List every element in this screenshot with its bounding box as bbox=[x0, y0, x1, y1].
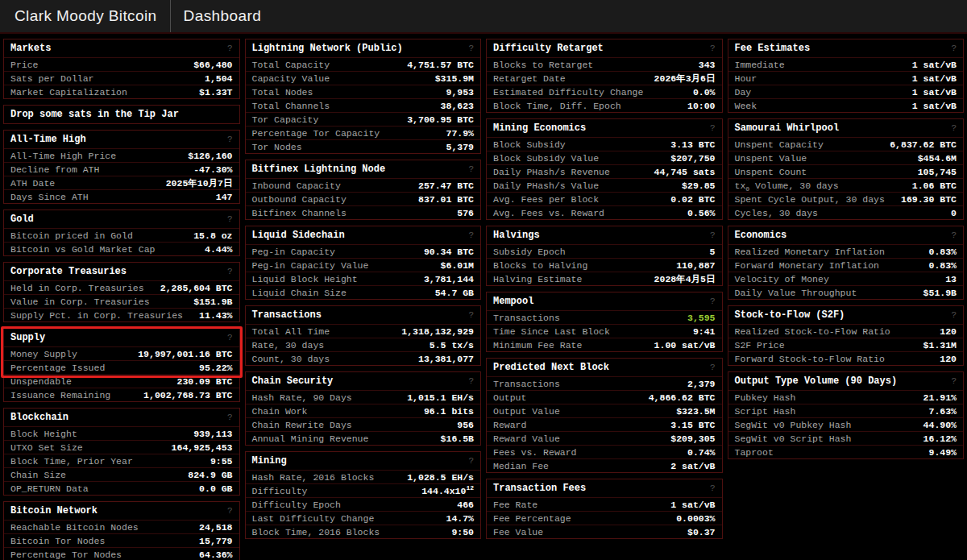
stat-value: 0.0% bbox=[693, 87, 716, 97]
stat-value: $16.5B bbox=[441, 433, 474, 444]
stat-value: 576 bbox=[457, 208, 474, 218]
nav-item-dashboard[interactable]: Dashboard bbox=[184, 7, 262, 25]
stat-row: Percentage Tor Nodes 64.36% bbox=[4, 547, 239, 560]
stat-row: Hash Rate, 90 Days 1,015.1 EH/s bbox=[246, 390, 481, 404]
stat-label: SegWit v0 Pubkey Hash bbox=[735, 420, 852, 430]
stat-row: Avg. Fees vs. Reward 0.56% bbox=[487, 205, 722, 219]
stat-row: Script Hash 7.63% bbox=[728, 404, 964, 417]
stat-label: Realized Monetary Inflation bbox=[735, 247, 885, 257]
top-nav: Clark Moody Bitcoin Dashboard bbox=[0, 0, 967, 34]
panel-title[interactable]: Drop some sats in the Tip Jar bbox=[10, 109, 179, 120]
panel-rows: Price $66,480 Sats per Dollar 1,504 Mark… bbox=[4, 57, 239, 98]
panel-rows: Block Subsidy 3.13 BTC Block Subsidy Val… bbox=[487, 137, 722, 219]
stat-value: 257.47 BTC bbox=[418, 180, 474, 191]
stat-row: Market Capitalization $1.33T bbox=[4, 85, 239, 98]
help-icon[interactable]: ? bbox=[710, 484, 716, 493]
help-icon[interactable]: ? bbox=[227, 268, 233, 276]
panel-header: Economics ? bbox=[728, 226, 964, 244]
stat-label: Total Capacity bbox=[252, 60, 330, 70]
stat-value: 3.13 BTC bbox=[670, 139, 715, 150]
stat-label: Block Time, Diff. Epoch bbox=[493, 101, 621, 111]
brand-link[interactable]: Clark Moody Bitcoin bbox=[15, 7, 157, 25]
stat-row: Value in Corp. Treasuries $151.9B bbox=[4, 294, 239, 308]
stat-label: Block Time, 2016 Blocks bbox=[252, 527, 380, 537]
panel-header: Supply ? bbox=[4, 329, 239, 346]
stat-value: 44.90% bbox=[923, 420, 957, 430]
stat-label: Fee Rate bbox=[493, 500, 537, 510]
panel-rows: Total Capacity 4,751.57 BTC Capacity Val… bbox=[246, 57, 481, 153]
stat-value: 15,779 bbox=[199, 536, 232, 546]
stat-row: Halving Estimate 2028年4月5日 bbox=[487, 272, 722, 285]
help-icon[interactable]: ? bbox=[951, 311, 957, 320]
help-icon[interactable]: ? bbox=[468, 311, 474, 320]
stat-label: Pubkey Hash bbox=[735, 392, 796, 403]
panel-title: Difficulty Retarget bbox=[493, 43, 604, 54]
stat-label: OP_RETURN Data bbox=[10, 483, 89, 494]
stat-row: Peg-in Capacity 90.34 BTC bbox=[246, 244, 481, 258]
stat-label: Cycles, 30 days bbox=[735, 208, 819, 218]
help-icon[interactable]: ? bbox=[227, 507, 233, 516]
panel-header: Stock-to-Flow (S2F) ? bbox=[728, 306, 964, 324]
stat-label: Annual Mining Revenue bbox=[252, 433, 369, 444]
help-icon[interactable]: ? bbox=[710, 44, 716, 53]
help-icon[interactable]: ? bbox=[951, 377, 957, 386]
help-icon[interactable]: ? bbox=[468, 44, 474, 53]
help-icon[interactable]: ? bbox=[468, 377, 474, 386]
help-icon[interactable]: ? bbox=[468, 231, 474, 240]
panel-rows: Realized Stock-to-Flow Ratio 120 S2F Pri… bbox=[728, 324, 964, 365]
stat-value: $151.9B bbox=[193, 297, 232, 307]
stat-row: Capacity Value $315.9M bbox=[246, 71, 481, 85]
stat-row: Hash Rate, 2016 Blocks 1,028.5 EH/s bbox=[246, 470, 481, 483]
help-icon[interactable]: ? bbox=[710, 231, 716, 240]
stat-label: Transactions bbox=[493, 313, 560, 323]
stat-value: 4,751.57 BTC bbox=[407, 60, 474, 70]
stat-row: Blocks to Retarget 343 bbox=[487, 57, 722, 71]
stat-label: Peg-in Capacity Value bbox=[252, 260, 369, 271]
stat-label: Fee Value bbox=[493, 527, 543, 537]
help-icon[interactable]: ? bbox=[227, 44, 233, 53]
help-icon[interactable]: ? bbox=[951, 231, 957, 240]
help-icon[interactable]: ? bbox=[468, 165, 474, 174]
panel-rows: Immediate 1 sat/vB Hour 1 sat/vB Day 1 s… bbox=[728, 57, 964, 112]
stat-value: 164,925,453 bbox=[172, 442, 233, 453]
stat-value: 90.34 BTC bbox=[424, 247, 474, 257]
stat-row: Time Since Last Block 9:41 bbox=[487, 324, 722, 338]
stat-value: 14.7% bbox=[446, 513, 474, 524]
help-icon[interactable]: ? bbox=[227, 135, 233, 144]
stat-label: Tor Capacity bbox=[252, 114, 319, 125]
stat-value: 77.9% bbox=[446, 128, 474, 139]
help-icon[interactable]: ? bbox=[468, 457, 474, 466]
stat-row: Money Supply 19,997,001.16 BTC bbox=[4, 346, 239, 360]
stat-row: Subsidy Epoch 5 bbox=[487, 244, 722, 258]
stat-row: Decline from ATH -47.30% bbox=[4, 162, 239, 176]
stat-label: Liquid Block Height bbox=[252, 274, 358, 284]
stat-row: Realized Stock-to-Flow Ratio 120 bbox=[728, 324, 964, 338]
stat-row: Avg. Fees per Block 0.02 BTC bbox=[487, 192, 722, 205]
help-icon[interactable]: ? bbox=[710, 363, 716, 372]
stat-row: Chain Rewrite Days 956 bbox=[246, 417, 481, 431]
stat-row: Total Channels 38,623 bbox=[246, 98, 481, 112]
panel-header: Bitfinex Lightning Node ? bbox=[246, 160, 481, 178]
help-icon[interactable]: ? bbox=[710, 297, 716, 306]
help-icon[interactable]: ? bbox=[227, 413, 233, 422]
stat-value: 38,623 bbox=[441, 101, 474, 111]
help-icon[interactable]: ? bbox=[951, 44, 957, 53]
stat-row: Block Subsidy 3.13 BTC bbox=[487, 137, 722, 151]
help-icon[interactable]: ? bbox=[227, 334, 233, 342]
stat-label: Last Difficulty Change bbox=[252, 513, 375, 524]
column-4: Fee Estimates ? Immediate 1 sat/vB Hour … bbox=[728, 39, 965, 459]
stat-label: Immediate bbox=[735, 60, 785, 70]
stat-value: 343 bbox=[699, 60, 716, 70]
help-icon[interactable]: ? bbox=[951, 124, 957, 133]
stat-row: Retarget Date 2026年3月6日 bbox=[487, 71, 722, 85]
stat-row: Chain Size 824.9 GB bbox=[4, 467, 239, 481]
panel-rows: Total All Time 1,318,132,929 Rate, 30 da… bbox=[246, 324, 481, 365]
help-icon[interactable]: ? bbox=[227, 215, 233, 224]
help-icon[interactable]: ? bbox=[710, 124, 716, 133]
panel-header: Mining Economics ? bbox=[487, 119, 722, 137]
stat-label: Week bbox=[735, 101, 757, 111]
stat-panel: Transactions ? Total All Time 1,318,132,… bbox=[245, 305, 482, 366]
stat-row: Annual Mining Revenue $16.5B bbox=[246, 431, 481, 445]
stat-row: Percentage Issued 95.22% bbox=[4, 360, 239, 374]
stat-label: Transactions bbox=[493, 379, 560, 389]
